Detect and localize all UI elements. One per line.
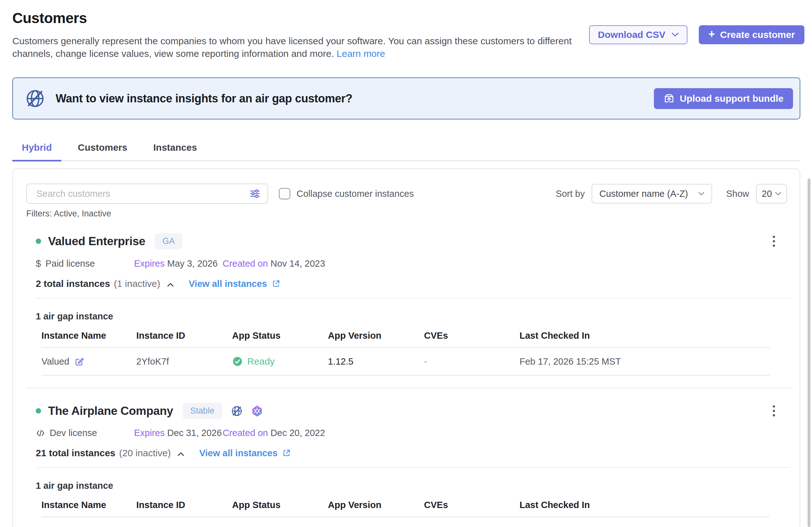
- collapse-instances-checkbox[interactable]: [279, 188, 290, 199]
- description-line-2: channels, change license values, view so…: [12, 48, 334, 59]
- created-value: Nov 14, 2023: [271, 258, 325, 269]
- show-label: Show: [726, 189, 749, 199]
- instances-table: Instance Name Instance ID App Status App…: [41, 500, 770, 517]
- search-input[interactable]: [26, 184, 268, 204]
- filter-sliders-icon[interactable]: [249, 188, 261, 199]
- show-select[interactable]: 20: [756, 184, 787, 204]
- dollar-icon: $: [36, 258, 41, 269]
- created-value: Dec 20, 2022: [271, 428, 325, 438]
- section-divider: [36, 298, 790, 299]
- upload-icon: [663, 93, 675, 104]
- header-actions: Download CSV + Create customer: [589, 25, 804, 44]
- app-version: 1.12.5: [328, 356, 424, 367]
- edit-icon[interactable]: [74, 356, 84, 366]
- upload-support-bundle-button[interactable]: Upload support bundle: [654, 88, 793, 109]
- chevron-down-icon: [775, 192, 781, 196]
- page-title: Customers: [12, 10, 800, 27]
- col-cves: CVEs: [424, 500, 520, 510]
- airgap-banner: Want to view instance insights for an ai…: [12, 77, 800, 119]
- sort-by-label: Sort by: [556, 189, 585, 199]
- description-line-1: Customers generally represent the compan…: [12, 36, 572, 46]
- external-link-icon: [272, 279, 280, 288]
- instances-summary-row: 2 total instances (1 inactive) View all …: [36, 278, 790, 289]
- instances-summary-row: 21 total instances (20 inactive) View al…: [36, 448, 790, 458]
- cves-value: -: [424, 356, 520, 367]
- download-csv-label: Download CSV: [598, 29, 665, 40]
- code-icon: [36, 428, 45, 438]
- collapse-instances-label: Collapse customer instances: [296, 189, 414, 199]
- instance-row: Valued 2YfoK7f Ready: [41, 348, 770, 376]
- customers-page: Customers Customers generally represent …: [0, 0, 812, 527]
- expires-value: May 3, 2026: [167, 258, 218, 269]
- view-all-instances-link[interactable]: View all instances: [199, 448, 291, 458]
- tab-bar: Hybrid Customers Instances: [12, 142, 800, 161]
- col-cves: CVEs: [424, 330, 520, 341]
- airgap-instances-heading: 1 air gap instance: [36, 311, 790, 322]
- last-checked-in: Feb 17, 2026 15:25 MST: [520, 356, 770, 367]
- instances-table-header: Instance Name Instance ID App Status App…: [41, 330, 770, 348]
- toolbar: Collapse customer instances Sort by Cust…: [26, 184, 800, 204]
- sort-select[interactable]: Customer name (A-Z): [592, 184, 712, 204]
- external-link-icon: [282, 449, 291, 457]
- tab-customers[interactable]: Customers: [68, 142, 137, 161]
- kebab-menu-icon[interactable]: [770, 234, 778, 249]
- license-type: Paid license: [45, 258, 95, 269]
- active-status-dot: [36, 239, 41, 244]
- airgap-instances-heading: 1 air gap instance: [36, 481, 790, 491]
- kebab-menu-icon[interactable]: [770, 404, 778, 418]
- instance-id: 2YfoK7f: [136, 356, 232, 367]
- view-all-instances-link[interactable]: View all instances: [189, 278, 280, 289]
- show-select-value: 20: [762, 189, 772, 199]
- col-instance-id: Instance ID: [136, 330, 232, 341]
- download-csv-button[interactable]: Download CSV: [589, 25, 687, 44]
- col-app-status: App Status: [232, 330, 328, 341]
- create-customer-button[interactable]: + Create customer: [699, 25, 804, 44]
- col-app-status: App Status: [232, 500, 328, 510]
- chevron-up-icon[interactable]: [178, 450, 184, 456]
- col-app-version: App Version: [328, 500, 424, 510]
- tab-hybrid[interactable]: Hybrid: [12, 142, 61, 161]
- tab-instances[interactable]: Instances: [144, 142, 206, 161]
- instances-table-header: Instance Name Instance ID App Status App…: [41, 500, 770, 517]
- chevron-up-icon[interactable]: [167, 281, 174, 287]
- kubernetes-icon: [251, 405, 263, 417]
- customer-row-airplane-company: The Airplane Company Stable: [26, 403, 800, 517]
- instances-table: Instance Name Instance ID App Status App…: [41, 330, 770, 376]
- check-circle-icon: [232, 356, 243, 367]
- created-label: Created on: [222, 258, 268, 269]
- banner-title: Want to view instance insights for an ai…: [56, 92, 352, 105]
- license-row: $ Paid license Expires May 3, 2026 Creat…: [36, 258, 790, 269]
- vertical-scrollbar[interactable]: [808, 179, 810, 527]
- active-filters-text: Filters: Active, Inactive: [26, 209, 800, 219]
- chevron-down-icon: [698, 192, 705, 196]
- upload-support-bundle-label: Upload support bundle: [680, 93, 784, 104]
- create-customer-label: Create customer: [720, 29, 795, 40]
- expires-label: Expires: [134, 428, 165, 438]
- total-instances: 2 total instances: [36, 278, 110, 289]
- col-instance-id: Instance ID: [136, 500, 232, 510]
- customer-divider: [26, 388, 793, 388]
- customer-name[interactable]: The Airplane Company: [48, 404, 173, 418]
- chevron-down-icon: [672, 32, 679, 37]
- search-box: [26, 184, 268, 204]
- expires-value: Dec 31, 2026: [167, 428, 222, 438]
- col-instance-name: Instance Name: [41, 500, 136, 510]
- col-last-checked-in: Last Checked In: [520, 330, 770, 341]
- license-type: Dev license: [50, 428, 97, 438]
- col-last-checked-in: Last Checked In: [520, 500, 770, 510]
- expires-label: Expires: [134, 258, 165, 269]
- plus-icon: +: [708, 28, 715, 40]
- license-row: Dev license Expires Dec 31, 2026 Created…: [36, 428, 790, 438]
- col-instance-name: Instance Name: [41, 330, 136, 341]
- inactive-instances: (20 inactive): [119, 448, 171, 458]
- airgap-globe-icon: [25, 88, 45, 109]
- active-status-dot: [36, 408, 41, 413]
- customer-row-valued-enterprise: Valued Enterprise GA $ Paid license Expi…: [26, 233, 800, 376]
- customers-card: Collapse customer instances Sort by Cust…: [12, 168, 800, 527]
- customer-name[interactable]: Valued Enterprise: [48, 235, 145, 248]
- learn-more-link[interactable]: Learn more: [337, 48, 385, 59]
- instance-name: Valued: [41, 356, 69, 367]
- col-app-version: App Version: [328, 330, 424, 341]
- toolbar-right: Sort by Customer name (A-Z) Show 20: [556, 184, 787, 204]
- section-divider: [36, 467, 790, 468]
